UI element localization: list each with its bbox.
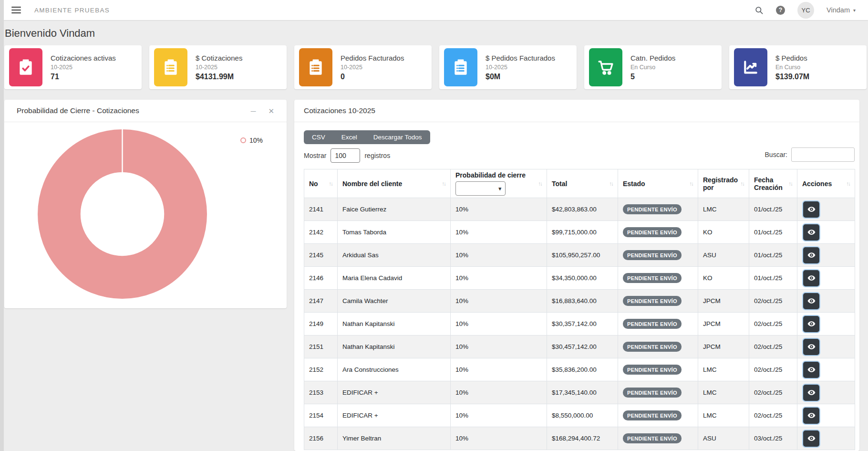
clipboard-list-icon <box>444 48 477 86</box>
status-badge: PENDIENTE ENVÍO <box>623 388 682 398</box>
sort-icon[interactable]: ↑↓ <box>847 181 850 187</box>
stat-card-dolar-cotizaciones: $ Cotizaciones 10-2025 $4131.99M <box>149 45 287 89</box>
column-header-cliente[interactable]: Nombre del cliente↑↓ <box>338 169 451 198</box>
view-button[interactable] <box>802 223 820 241</box>
cell-estado: PENDIENTE ENVÍO <box>618 198 698 221</box>
card-period: 10-2025 <box>196 64 242 71</box>
download-all-button[interactable]: Descargar Todos <box>365 130 430 144</box>
cell-cliente: Camila Wachter <box>338 290 451 313</box>
cell-estado: PENDIENTE ENVÍO <box>618 221 698 244</box>
sort-icon[interactable]: ↑↓ <box>789 181 793 187</box>
chevron-down-icon: ▾ <box>498 186 501 192</box>
sort-icon[interactable]: ↑↓ <box>329 181 333 187</box>
cell-estado: PENDIENTE ENVÍO <box>618 404 698 427</box>
help-icon[interactable]: ? <box>776 6 785 15</box>
table-search-input[interactable] <box>791 147 855 162</box>
view-button[interactable] <box>802 246 820 264</box>
cell-cliente: Yimer Beltran <box>338 427 451 450</box>
column-header-probabilidad[interactable]: Probabilidad de cierre ▾ ↑↓ <box>451 169 547 198</box>
cell-fecha-creacion: 01/oct./25 <box>749 267 797 290</box>
table-row: 2141 Faice Gutierrez 10% $42,803,863.00 … <box>304 198 855 221</box>
view-button[interactable] <box>802 361 820 379</box>
cell-cliente: Maria Elena Cadavid <box>338 267 451 290</box>
cell-registrado-por: LMC <box>698 198 749 221</box>
view-button[interactable] <box>802 384 820 402</box>
probabilidad-filter-select[interactable]: ▾ <box>455 181 506 196</box>
cell-registrado-por: ASU <box>698 244 749 267</box>
column-header-total[interactable]: Total↑↓ <box>547 169 618 198</box>
cell-estado: PENDIENTE ENVÍO <box>618 267 698 290</box>
eye-icon <box>807 434 816 443</box>
card-period: 10-2025 <box>341 64 404 71</box>
view-button[interactable] <box>802 430 820 448</box>
cell-total: $99,715,000.00 <box>547 221 618 244</box>
sort-icon[interactable]: ↑↓ <box>538 181 542 187</box>
avatar[interactable]: YC <box>797 2 814 19</box>
cell-registrado-por: KO <box>698 267 749 290</box>
user-menu[interactable]: Vindam ▾ <box>827 6 856 14</box>
view-button[interactable] <box>802 200 820 219</box>
cell-probabilidad: 10% <box>451 358 547 381</box>
card-value: 71 <box>51 73 116 81</box>
legend-item[interactable]: 10% <box>240 136 263 144</box>
cell-cliente: Tomas Taborda <box>338 221 451 244</box>
cell-probabilidad: 10% <box>451 221 547 244</box>
view-button[interactable] <box>802 292 820 310</box>
table-row: 2152 Ara Construcciones 10% $35,836,200.… <box>304 358 855 381</box>
table-row: 2154 EDIFICAR + 10% $8,550,000.00 PENDIE… <box>304 404 855 427</box>
column-header-no[interactable]: No↑↓ <box>304 169 338 198</box>
cell-total: $8,550,000.00 <box>547 404 618 427</box>
eye-icon <box>807 205 816 214</box>
cell-no: 2151 <box>304 336 338 358</box>
status-badge: PENDIENTE ENVÍO <box>623 227 682 237</box>
column-header-acciones[interactable]: Acciones↑↓ <box>797 169 855 198</box>
cell-fecha-creacion: 02/oct./25 <box>749 313 797 336</box>
cell-estado: PENDIENTE ENVÍO <box>618 358 698 381</box>
chart-line-icon <box>734 48 767 86</box>
sort-icon[interactable]: ↑↓ <box>442 181 446 187</box>
view-button[interactable] <box>802 338 820 356</box>
cell-total: $35,836,200.00 <box>547 358 618 381</box>
sort-icon[interactable]: ↑↓ <box>610 181 613 187</box>
cell-probabilidad: 10% <box>451 404 547 427</box>
minimize-icon[interactable]: ─ <box>251 107 256 115</box>
status-badge: PENDIENTE ENVÍO <box>623 319 682 329</box>
donut-chart-svg[interactable] <box>38 129 207 299</box>
cell-acciones <box>797 221 855 244</box>
topbar: AMBIENTE PRUEBAS ? YC Vindam ▾ <box>0 0 868 20</box>
menu-icon[interactable] <box>11 5 21 15</box>
eye-icon <box>807 251 816 260</box>
cell-estado: PENDIENTE ENVÍO <box>618 290 698 313</box>
close-icon[interactable]: ✕ <box>268 107 274 115</box>
cell-total: $17,345,140.00 <box>547 381 618 404</box>
cotizaciones-table: No↑↓ Nombre del cliente↑↓ Probabilidad d… <box>304 169 855 450</box>
card-period: En Curso <box>630 64 675 71</box>
column-header-registrado-por[interactable]: Registrado por↑↓ <box>698 169 749 198</box>
sort-icon[interactable]: ↑↓ <box>741 181 744 187</box>
page-title: Bienvenido Vindam <box>5 27 95 40</box>
cell-total: $168,294,400.72 <box>547 427 618 450</box>
sort-icon[interactable]: ↑↓ <box>690 181 693 187</box>
cell-estado: PENDIENTE ENVÍO <box>618 381 698 404</box>
cell-fecha-creacion: 02/oct./25 <box>749 358 797 381</box>
view-button[interactable] <box>802 269 820 287</box>
card-title: $ Cotizaciones <box>196 54 242 62</box>
csv-button[interactable]: CSV <box>304 130 333 144</box>
chart-panel: Probabilidad de Cierre - Cotizaciones ─ … <box>4 100 287 308</box>
column-header-fecha-creacion[interactable]: Fecha Creación↑↓ <box>749 169 797 198</box>
cell-probabilidad: 10% <box>451 198 547 221</box>
search-icon[interactable] <box>754 6 764 15</box>
excel-button[interactable]: Excel <box>333 130 365 144</box>
cell-registrado-por: ASU <box>698 427 749 450</box>
cell-probabilidad: 10% <box>451 290 547 313</box>
card-period: 10-2025 <box>486 64 555 71</box>
chevron-down-icon: ▾ <box>853 8 856 13</box>
column-header-estado[interactable]: Estado↑↓ <box>618 169 698 198</box>
view-button[interactable] <box>802 315 820 333</box>
page-length-input[interactable] <box>331 148 360 163</box>
card-period: 10-2025 <box>51 64 116 71</box>
view-button[interactable] <box>802 407 820 425</box>
donut-chart: 10% <box>4 122 287 308</box>
cell-probabilidad: 10% <box>451 313 547 336</box>
cell-fecha-creacion: 03/oct./25 <box>749 427 797 450</box>
